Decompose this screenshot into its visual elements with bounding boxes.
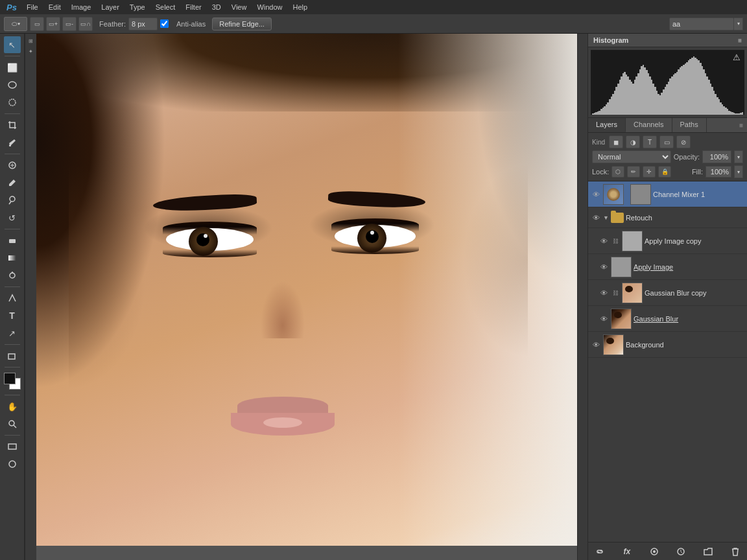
visibility-gaussian-blur-copy[interactable]: 👁 (599, 288, 609, 298)
canvas-container[interactable] (36, 34, 577, 560)
add-selection-btn[interactable]: ▭+ (46, 17, 60, 31)
dodge-tool[interactable] (4, 267, 21, 284)
eraser-tool[interactable] (4, 232, 21, 249)
layer-adjustment-btn[interactable] (674, 545, 687, 558)
layer-apply-image[interactable]: 👁 Apply Image (588, 254, 747, 280)
opacity-input[interactable] (702, 150, 731, 163)
layer-retouch-group[interactable]: 👁 ▼ Retouch (588, 207, 747, 228)
lock-all-btn[interactable]: 🔒 (658, 166, 671, 178)
active-tool-icon[interactable]: ⬭▾ (4, 17, 27, 31)
mini-icon-1[interactable]: ⊞ (27, 36, 36, 45)
layer-fx-btn[interactable]: fx (621, 545, 634, 558)
fill-dropdown[interactable]: ▾ (734, 165, 743, 178)
svg-line-11 (14, 425, 16, 428)
layer-mask-btn[interactable] (648, 545, 661, 558)
layer-controls: Kind ◼ ◑ T ▭ ⊘ Normal Opacity: ▾ Lock: (588, 133, 747, 181)
eyedropper-tool[interactable] (4, 134, 21, 151)
kind-pixel-btn[interactable]: ◼ (609, 135, 623, 148)
type-tool[interactable]: T (4, 307, 21, 324)
lock-transparent-btn[interactable]: ⬡ (611, 166, 624, 178)
menu-edit[interactable]: Edit (44, 2, 65, 12)
kind-smart-btn[interactable]: ⊘ (676, 135, 691, 148)
tab-channels[interactable]: Channels (626, 118, 672, 132)
menu-3d[interactable]: 3D (208, 2, 226, 12)
layer-background[interactable]: 👁 Background (588, 332, 747, 358)
menu-type[interactable]: Type (125, 2, 150, 12)
blend-mode-dropdown[interactable]: Normal (592, 150, 671, 163)
link-gaussian-blur-copy[interactable]: ⛓ (611, 288, 620, 298)
mini-icon-2[interactable]: ✦ (27, 47, 36, 56)
menu-window[interactable]: Window (252, 2, 287, 12)
quick-select-tool[interactable] (4, 94, 21, 111)
menu-file[interactable]: File (22, 2, 43, 12)
color-swatch[interactable] (4, 373, 21, 390)
visibility-channel-mixer-1[interactable]: 👁 (591, 189, 601, 200)
menu-view[interactable]: View (227, 2, 252, 12)
menu-layer[interactable]: Layer (97, 2, 124, 12)
spot-heal-tool[interactable] (4, 157, 21, 174)
tab-layers[interactable]: Layers (588, 118, 626, 132)
crop-tool[interactable] (4, 117, 21, 134)
tab-paths[interactable]: Paths (672, 118, 707, 132)
screen-mode-rect[interactable] (4, 438, 21, 455)
layer-gaussian-blur-copy[interactable]: 👁 ⛓ Gaussian Blur copy (588, 280, 747, 306)
tool-divider-4 (5, 229, 20, 229)
layer-trash-btn[interactable] (729, 545, 742, 558)
menu-image[interactable]: Image (67, 2, 96, 12)
path-select-tool[interactable]: ↗ (4, 325, 21, 342)
visibility-gaussian-blur[interactable]: 👁 (599, 314, 609, 324)
histogram-menu-icon[interactable]: ≡ (738, 37, 742, 44)
intersect-selection-btn[interactable]: ▭∩ (78, 17, 93, 31)
canvas-scrollbar[interactable] (577, 34, 587, 560)
layer-apply-image-copy[interactable]: 👁 ⛓ Apply Image copy (588, 228, 747, 254)
move-tool[interactable]: ↖ (4, 36, 21, 53)
search-input[interactable] (669, 18, 734, 30)
layer-name-retouch: Retouch (626, 214, 744, 222)
zoom-tool[interactable] (4, 415, 21, 432)
subtract-selection-btn[interactable]: ▭- (62, 17, 77, 31)
lock-move-btn[interactable]: ✛ (643, 166, 656, 178)
screen-mode-circle[interactable] (4, 456, 21, 472)
menu-filter[interactable]: Filter (181, 2, 206, 12)
menu-select[interactable]: Select (151, 2, 180, 12)
kind-type-btn[interactable]: T (643, 135, 657, 148)
history-brush-tool[interactable]: ↺ (4, 209, 21, 226)
visibility-apply-image-copy[interactable]: 👁 (599, 236, 609, 246)
feather-input[interactable] (128, 18, 158, 30)
svg-point-0 (8, 82, 16, 88)
group-expand-arrow[interactable]: ▼ (603, 215, 609, 221)
layer-link-btn[interactable] (593, 545, 606, 558)
fill-input[interactable] (706, 166, 731, 178)
brush-tool[interactable] (4, 174, 21, 191)
blend-mode-row: Normal Opacity: ▾ (592, 150, 743, 163)
shape-tool[interactable] (4, 347, 21, 364)
clone-stamp-tool[interactable] (4, 192, 21, 209)
layer-folder-btn[interactable] (702, 545, 715, 558)
link-apply-image-copy[interactable]: ⛓ (611, 237, 620, 246)
kind-shape-btn[interactable]: ▭ (659, 135, 674, 148)
gradient-tool[interactable] (4, 250, 21, 266)
image-canvas[interactable] (36, 34, 577, 546)
kind-adjust-btn[interactable]: ◑ (626, 135, 640, 148)
layers-panel-menu[interactable]: ≡ (739, 122, 743, 129)
new-selection-btn[interactable]: ▭ (30, 17, 44, 31)
menu-help[interactable]: Help (289, 2, 313, 12)
visibility-retouch[interactable]: 👁 (591, 213, 601, 223)
anti-alias-checkbox[interactable] (160, 19, 169, 28)
refine-edge-button[interactable]: Refine Edge... (212, 18, 272, 30)
foreground-color[interactable] (4, 373, 16, 384)
marquee-tool[interactable]: ⬜ (4, 59, 21, 76)
hand-tool[interactable]: ✋ (4, 398, 21, 415)
opacity-dropdown[interactable]: ▾ (734, 150, 743, 163)
main-layout: ↖ ⬜ ↺ (0, 34, 747, 560)
visibility-apply-image[interactable]: 👁 (599, 262, 609, 272)
lock-paint-btn[interactable]: ✏ (627, 166, 640, 178)
layer-channel-mixer-1[interactable]: 👁 Channel Mixer 1 (588, 181, 747, 207)
histogram-warning-icon: ⚠ (733, 52, 741, 62)
lasso-tool[interactable] (4, 76, 21, 93)
mask-channel-mixer-1[interactable] (630, 184, 651, 205)
layer-gaussian-blur[interactable]: 👁 Gaussian Blur (588, 306, 747, 332)
visibility-background[interactable]: 👁 (591, 340, 601, 350)
search-dropdown[interactable]: ▾ (734, 18, 743, 30)
pen-tool[interactable] (4, 290, 21, 307)
